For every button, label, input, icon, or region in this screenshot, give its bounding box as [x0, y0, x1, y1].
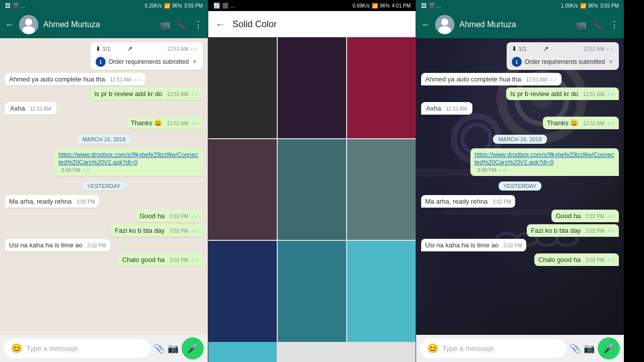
color-cell-7[interactable]	[278, 241, 346, 342]
r-msg-sent-1: Is pr b review add kr do 12:51 AM ✓✓	[506, 87, 619, 100]
r-expand-icon: ▼	[608, 58, 614, 65]
msg-sent-1: Is pr b review add kr do 12:51 AM ✓✓	[90, 87, 203, 100]
r-msg-received-axha: Axha 12:51 AM	[421, 102, 472, 115]
left-status-bar: 🖼 🎬 ... 0.20K/s 📶 96% 3:55 PM	[0, 0, 208, 11]
r-msg-text: Fazi ko b bta day	[531, 227, 581, 234]
r-battery-level: 96%	[588, 3, 598, 9]
msg-sent-3: Fazi ko b bta day 3:02 PM ✓✓	[111, 224, 203, 237]
color-cell-6[interactable]	[208, 241, 277, 342]
color-cell-3[interactable]	[208, 139, 277, 240]
voice-call-icon[interactable]: 📞	[177, 19, 188, 30]
msg-text: Usi na kaha ha is time ao	[9, 241, 83, 249]
msg-text: Fazi ko b bta day	[115, 227, 165, 234]
msg-time: 3:02 PM ✓✓	[170, 257, 199, 263]
right-chat-body: ⬇ 1/1 ↗ 12:51 AM ✓✓ ℹ Order requirements…	[416, 38, 624, 335]
left-chat-body: ⬇ 1/1 ↗ 12:51 AM ✓✓ ℹ Order requirements…	[0, 38, 208, 335]
msg-sent-thanks: Thanks 😀 12:52 AM ✓✓	[127, 117, 203, 129]
msg-text: Axha	[10, 105, 25, 112]
msg-time: 3:02 PM	[88, 243, 106, 248]
color-status-bar: 🔄 🎬 ... 0.69K/s 📶 96% 4:01 PM	[208, 0, 416, 11]
color-cell-teal[interactable]	[208, 342, 277, 362]
back-button[interactable]: ←	[5, 20, 14, 30]
r-header-actions: 📹 📞 ⋮	[576, 19, 619, 30]
color-status-left: 🔄 🎬 ...	[213, 3, 235, 9]
color-cell-5[interactable]	[347, 139, 416, 240]
r-msg-sent-3: Fazi ko b bta day 3:02 PM ✓✓	[527, 224, 619, 237]
r-emoji-icon[interactable]: 😊	[427, 343, 438, 354]
message-input-box[interactable]: 😊 Type a message	[4, 339, 150, 358]
r-page-count: 1/1	[519, 46, 526, 52]
r-msg-time: 8:48 PM ✓✓	[477, 167, 507, 173]
r-msg-time: 12:51 AM	[446, 106, 467, 112]
left-chat-panel: 🖼 🎬 ... 0.20K/s 📶 96% 3:55 PM ← Ahmed Mu…	[0, 0, 208, 362]
r-msg-text: Usi na kaha ha is time ao	[425, 241, 499, 249]
r-input-placeholder: Type a message	[442, 344, 559, 352]
color-cell-2[interactable]	[347, 37, 416, 138]
svg-point-21	[439, 26, 451, 34]
order-label: Order requirements submitted	[109, 58, 189, 65]
msg-received-3: Usi na kaha ha is time ao 3:02 PM	[5, 239, 110, 251]
expand-icon: ▼	[192, 58, 198, 65]
emoji-icon[interactable]: 😊	[11, 343, 22, 354]
r-avatar	[435, 15, 454, 34]
status-left: 🖼 🎬 ...	[5, 3, 25, 9]
r-msg-time: 3:02 PM	[504, 243, 522, 248]
r-msg-time: 12:52 AM ✓✓	[583, 121, 615, 126]
svg-point-2	[23, 26, 35, 34]
r-msg-text: Thanks 😀	[547, 119, 578, 127]
color-battery: 96%	[380, 3, 390, 9]
msg-sent-2: Good ha 3:02 PM ✓✓	[135, 210, 203, 222]
mic-button[interactable]: 🎤	[182, 337, 204, 359]
msg-time: 12:51 AM ✓✓	[110, 77, 141, 82]
color-time: 4:01 PM	[392, 3, 411, 9]
signal-icon: 📶	[164, 3, 170, 9]
color-cell-empty2	[347, 342, 416, 362]
r-order-label: Order requirements submitted	[525, 58, 605, 65]
r-back-button[interactable]: ←	[421, 20, 430, 30]
r-mic-button[interactable]: 🎤	[598, 337, 620, 359]
svg-point-1	[25, 19, 32, 26]
status-left: 🖼 🎬 ...	[421, 3, 441, 9]
header-actions: 📹 📞 ⋮	[159, 19, 203, 30]
color-cell-8[interactable]	[347, 241, 416, 342]
time-display: 3:55 PM	[184, 3, 203, 9]
msg-time: 12:51 AM ✓✓	[167, 92, 199, 97]
r-order-card: ⬇ 1/1 ↗ 12:51 AM ✓✓ ℹ Order requirements…	[507, 42, 619, 70]
right-chat-header: ← Ahmed Murtuza 📹 📞 ⋮	[416, 11, 624, 38]
r-msg-text: Axha	[426, 105, 441, 112]
link-text[interactable]: https://www.dropbox.com/s/9kybefe29izrl6…	[58, 151, 198, 166]
color-header: ← Solid Color	[208, 11, 416, 37]
input-placeholder: Type a message	[26, 344, 143, 352]
right-chat-input-bar: 😊 Type a message 📎 📷 🎤	[416, 335, 624, 362]
right-status-bar: 🖼 🎬 ... 1.00K/s 📶 96% 3:55 PM	[416, 0, 624, 11]
color-cell-4[interactable]	[278, 139, 346, 240]
r-link-text[interactable]: https://www.dropbox.com/s/9kybefe29izrl6…	[474, 151, 614, 166]
r-msg-time: 3:02 PM ✓✓	[586, 228, 615, 234]
r-message-input-box[interactable]: 😊 Type a message	[420, 339, 567, 358]
status-right: 1.00K/s 📶 96% 3:55 PM	[561, 3, 619, 9]
r-msg-time: 3:02 PM ✓✓	[586, 257, 615, 263]
network-speed: 0.20K/s	[145, 3, 162, 9]
r-card-time: 12:51 AM ✓✓	[583, 46, 614, 52]
attach-icon[interactable]: 📎	[153, 343, 165, 354]
color-cell-0[interactable]	[208, 37, 277, 138]
color-cell-1[interactable]	[278, 37, 346, 138]
r-msg-text: Good ha	[555, 212, 581, 220]
msg-time: 3:02 PM ✓✓	[170, 228, 199, 234]
r-msg-received-2: Ma arha, ready rehna 3:02 PM	[421, 195, 515, 208]
r-more-options-icon[interactable]: ⋮	[610, 19, 619, 30]
msg-text: Good ha	[139, 212, 165, 220]
r-video-call-icon[interactable]: 📹	[576, 19, 587, 30]
left-chat-header: ← Ahmed Murtuza 📹 📞 ⋮	[0, 11, 208, 38]
contact-name: Ahmed Murtuza	[43, 20, 154, 29]
r-voice-call-icon[interactable]: 📞	[593, 19, 604, 30]
video-call-icon[interactable]: 📹	[159, 19, 171, 30]
camera-icon[interactable]: 📷	[168, 343, 179, 354]
r-signal-icon: 📶	[580, 3, 586, 9]
r-msg-text: Is pr b review add kr do	[510, 90, 578, 98]
color-back-arrow[interactable]: ←	[215, 19, 225, 30]
more-options-icon[interactable]: ⋮	[194, 19, 203, 30]
color-grid-bottom-row	[208, 342, 416, 362]
r-attach-icon[interactable]: 📎	[570, 343, 581, 354]
r-camera-icon[interactable]: 📷	[584, 343, 595, 354]
